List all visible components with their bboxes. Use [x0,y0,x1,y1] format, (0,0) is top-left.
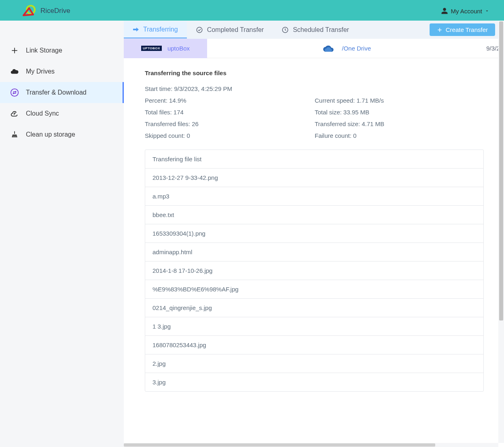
vertical-scrollbar-thumb[interactable] [499,21,503,320]
file-row[interactable]: 0214_qingrenjie_s.jpg [145,299,483,317]
file-row[interactable]: 2.jpg [145,354,483,373]
file-row[interactable]: 2014-1-8 17-10-26.jpg [145,261,483,280]
stat-skipped: Skipped count: 0 [145,132,315,139]
sidebar: Link Storage My Drives Transfer & Downlo… [0,21,124,447]
sidebar-item-label: Cloud Sync [26,110,59,117]
ricedrive-logo-icon [22,5,36,17]
transfer-destination[interactable]: /One Drive [207,44,486,53]
plus-icon [437,27,443,33]
sidebar-item-label: Clean up storage [26,131,75,138]
uptobox-icon: UPTOBOX [141,46,162,51]
sidebar-item-label: Transfer & Download [26,89,87,96]
person-icon [441,7,448,15]
transfer-icon [10,88,19,97]
tab-scheduled[interactable]: Scheduled Transfer [273,21,358,38]
tab-label: Transferring [143,26,178,33]
tabs-bar: Transferring Completed Transfer Schedule… [124,21,504,39]
vertical-scrollbar[interactable] [498,21,504,443]
sidebar-item-clean-up-storage[interactable]: Clean up storage [0,124,124,145]
create-transfer-button[interactable]: Create Transfer [430,23,495,36]
account-label: My Account [451,8,482,15]
sidebar-item-link-storage[interactable]: Link Storage [0,40,124,61]
file-row[interactable]: 1 3.jpg [145,317,483,336]
sidebar-item-cloud-sync[interactable]: Cloud Sync [0,103,124,124]
transfer-source[interactable]: UPTOBOX uptoBox [124,39,207,58]
brand-name: RiceDrive [40,7,70,15]
stat-failure: Failure count: 0 [315,132,356,139]
file-list: Transfering file list 2013-12-27 9-33-42… [145,150,484,392]
main-content: Transferring Completed Transfer Schedule… [124,21,504,447]
sidebar-item-label: Link Storage [26,47,62,54]
sync-icon [10,109,19,118]
sidebar-item-transfer-download[interactable]: Transfer & Download [0,82,124,103]
horizontal-scrollbar[interactable] [124,443,498,447]
stat-total-files: Total files: 174 [145,109,315,116]
file-row[interactable]: a.mp3 [145,187,483,206]
source-label: uptoBox [167,45,190,52]
onedrive-icon [322,44,335,53]
chevron-down-icon [485,8,489,13]
tab-label: Scheduled Transfer [293,26,349,34]
plus-icon [10,46,19,55]
tab-completed[interactable]: Completed Transfer [187,21,273,38]
file-row[interactable]: 1653309304(1).png [145,224,483,243]
sidebar-item-my-drives[interactable]: My Drives [0,61,124,82]
cloud-icon [10,67,19,76]
transfer-detail-panel: Transferring the source files Start time… [124,58,504,447]
svg-point-7 [197,27,202,33]
file-row[interactable]: %E9%83%BD%E6%98%AF.jpg [145,280,483,299]
app-header: RiceDrive My Account [0,1,504,21]
tab-label: Completed Transfer [207,26,264,34]
file-row[interactable]: adminapp.html [145,243,483,261]
stat-percent: Percent: 14.9% [145,97,315,104]
svg-point-3 [11,89,18,96]
stat-transferred-size: Transferred size: 4.71 MB [315,120,384,127]
transfer-route-bar: UPTOBOX uptoBox /One Drive 9/3/20 [124,39,504,58]
file-row[interactable]: 1680780253443.jpg [145,336,483,354]
file-row[interactable]: 3.jpg [145,373,483,391]
arrow-right-icon [133,27,139,32]
file-row[interactable]: 2013-12-27 9-33-42.png [145,169,483,187]
tab-transferring[interactable]: Transferring [124,21,187,38]
dest-label: /One Drive [342,45,371,52]
file-row[interactable]: bbee.txt [145,206,483,224]
panel-title: Transferring the source files [145,70,484,76]
brand-block: RiceDrive [22,5,70,17]
broom-icon [10,130,19,139]
stat-total-size: Total size: 33.95 MB [315,109,369,116]
file-list-header: Transfering file list [145,150,483,169]
stat-start-time: Start time: 9/3/2023, 4:25:29 PM [145,85,315,92]
check-circle-icon [196,26,203,34]
account-menu[interactable]: My Account [441,7,489,15]
stat-current-speed: Current speed: 1.71 MB/s [315,97,384,104]
sidebar-item-label: My Drives [26,68,55,75]
clock-icon [282,26,289,34]
horizontal-scrollbar-thumb[interactable] [124,443,435,447]
create-transfer-label: Create Transfer [446,26,488,33]
stat-transferred-files: Transferred files: 26 [145,120,315,127]
